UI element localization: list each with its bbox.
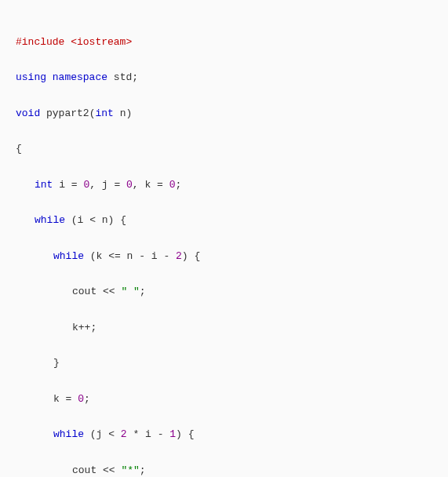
string: " " — [121, 286, 139, 297]
text: ; — [140, 286, 146, 297]
code-line: cout << "*"; — [16, 462, 432, 477]
text: ; — [175, 179, 181, 191]
number: 0 — [126, 179, 133, 191]
text: cout << — [72, 286, 121, 297]
text: (j < — [84, 428, 121, 440]
text: (i < n) { — [65, 214, 126, 226]
code-line: } — [16, 355, 432, 373]
text: i = — [53, 179, 83, 191]
text: , k = — [133, 179, 169, 191]
keyword: void — [16, 107, 40, 119]
text: k = — [53, 393, 78, 405]
keyword: int — [35, 179, 53, 191]
code-line: while (j < 2 * i - 1) { — [16, 426, 432, 444]
text: * i - — [127, 428, 170, 440]
text: (k <= n - i - — [84, 250, 176, 262]
text: std; — [107, 71, 138, 83]
number: 1 — [169, 428, 176, 440]
code-line: using namespace std; — [16, 69, 432, 87]
code-block: #include <iostream> using namespace std;… — [16, 16, 432, 477]
code-line: { — [16, 140, 432, 158]
number: 2 — [176, 250, 182, 262]
code-line: k = 0; — [16, 391, 432, 409]
code-line: k++; — [16, 319, 432, 337]
keyword: namespace — [46, 71, 107, 83]
text: , j = — [89, 179, 126, 191]
string: "*" — [121, 464, 139, 476]
text: pypart2( — [40, 107, 95, 119]
preprocessor: #include <iostream> — [16, 36, 132, 48]
text: n) — [114, 107, 132, 119]
text: ) { — [176, 428, 194, 440]
text: k++; — [72, 322, 97, 333]
brace: } — [53, 357, 60, 369]
brace: { — [16, 143, 22, 155]
keyword: while — [53, 428, 84, 440]
number: 0 — [78, 393, 84, 405]
code-line: #include <iostream> — [16, 34, 432, 52]
text: ; — [84, 393, 90, 405]
code-line: while (i < n) { — [16, 212, 432, 230]
keyword: int — [95, 107, 113, 119]
keyword: while — [35, 214, 65, 226]
number: 2 — [121, 428, 127, 440]
text: ; — [140, 464, 146, 476]
keyword: using — [16, 71, 46, 83]
keyword: while — [53, 250, 84, 262]
code-line: int i = 0, j = 0, k = 0; — [16, 177, 432, 195]
text: cout << — [72, 464, 121, 476]
code-line: while (k <= n - i - 2) { — [16, 248, 432, 266]
code-line: void pypart2(int n) — [16, 105, 432, 123]
text: ) { — [182, 250, 200, 262]
code-line: cout << " "; — [16, 283, 432, 301]
